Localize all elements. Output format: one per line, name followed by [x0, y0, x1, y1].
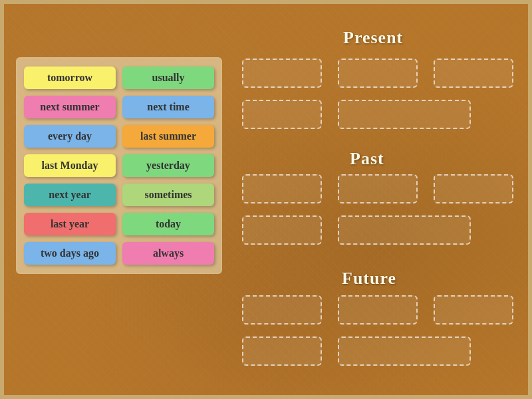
past-label: Past — [350, 149, 384, 169]
present-drop-3[interactable] — [434, 59, 513, 88]
word-w8[interactable]: yesterday — [122, 154, 214, 177]
future-drop-4[interactable] — [242, 336, 322, 366]
past-drop-2[interactable] — [338, 174, 418, 203]
past-drop-5[interactable] — [338, 215, 471, 245]
corkboard: tomorrowusuallynext summernext timeevery… — [0, 0, 532, 399]
word-w13[interactable]: two days ago — [24, 242, 116, 265]
present-drop-1[interactable] — [242, 59, 322, 88]
word-w11[interactable]: last year — [24, 213, 116, 235]
past-drop-1[interactable] — [242, 174, 322, 203]
present-drop-2[interactable] — [338, 59, 418, 88]
word-w9[interactable]: next year — [24, 184, 116, 206]
future-drop-3[interactable] — [434, 295, 513, 325]
past-drop-4[interactable] — [242, 215, 322, 245]
word-w3[interactable]: next summer — [24, 96, 116, 118]
word-w7[interactable]: last Monday — [24, 154, 116, 177]
word-w2[interactable]: usually — [122, 66, 214, 89]
present-drop-4[interactable] — [242, 100, 322, 129]
word-w12[interactable]: today — [122, 213, 214, 235]
present-drop-5[interactable] — [338, 100, 471, 129]
word-bank: tomorrowusuallynext summernext timeevery… — [16, 57, 222, 274]
past-drop-3[interactable] — [434, 174, 513, 203]
word-w6[interactable]: last summer — [122, 125, 214, 148]
word-w1[interactable]: tomorrow — [24, 66, 116, 89]
present-label: Present — [343, 28, 403, 48]
word-w10[interactable]: sometimes — [122, 184, 214, 206]
future-label: Future — [342, 269, 396, 289]
word-w5[interactable]: every day — [24, 125, 116, 148]
word-w14[interactable]: always — [122, 242, 214, 265]
future-drop-5[interactable] — [338, 336, 471, 366]
word-w4[interactable]: next time — [122, 96, 214, 118]
future-drop-2[interactable] — [338, 295, 418, 325]
future-drop-1[interactable] — [242, 295, 322, 325]
